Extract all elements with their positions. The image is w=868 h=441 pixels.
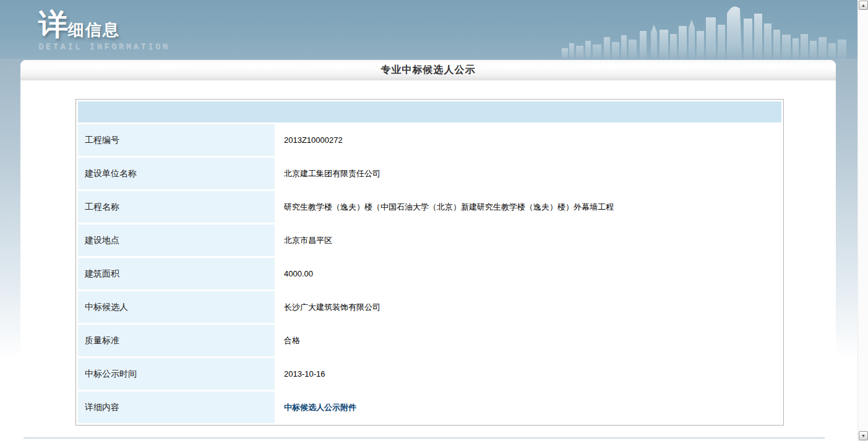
row-value: 4000.00 [284,269,313,278]
row-label: 建设地点 [78,225,275,256]
logo-text-big: 详 [38,10,68,40]
row-label: 中标候选人 [78,291,275,323]
title-bar: 专业中标候选人公示 [20,60,836,80]
row-label: 中标公示时间 [78,358,275,390]
table-row: 质量标准 合格 [78,325,781,356]
row-label: 工程编号 [78,124,275,156]
row-label: 详细内容 [78,392,275,423]
row-label: 质量标准 [78,325,275,356]
table-row: 建设单位名称 北京建工集团有限责任公司 [78,158,781,189]
row-label: 建设单位名称 [78,158,275,189]
table-row: 工程名称 研究生教学楼（逸夫）楼（中国石油大学（北京）新建研究生教学楼（逸夫）楼… [78,191,781,223]
row-value: 北京建工集团有限责任公司 [284,168,380,179]
site-logo: 详细信息 DETAIL INFORMATION [38,10,170,51]
row-value: 长沙广大建筑装饰有限公司 [284,302,380,313]
table-row: 中标公示时间 2013-10-16 [78,358,781,390]
scroll-up-button[interactable]: ▲ [859,1,868,10]
row-value: 合格 [284,335,300,346]
table-row: 详细内容 中标候选人公示附件 [78,392,781,423]
row-value-cell: 研究生教学楼（逸夫）楼（中国石油大学（北京）新建研究生教学楼（逸夫）楼）外幕墙工… [277,191,781,223]
row-value: 2013-10-16 [284,369,325,379]
scroll-up-icon: ▲ [861,3,866,7]
table-header-band [78,101,781,122]
row-value-cell: 2013Z10000272 [277,124,781,156]
footer-divider [24,437,825,439]
row-value-cell: 4000.00 [277,258,781,289]
table-row: 建设地点 北京市昌平区 [78,225,781,256]
table-row: 中标候选人 长沙广大建筑装饰有限公司 [78,291,781,323]
content-card: 专业中标候选人公示 工程编号 2013Z10000272 建设单位名称 北京建工… [20,60,836,441]
logo-text-english: DETAIL INFORMATION [38,42,170,51]
page: { "banner": { "logo_big": "详", "logo_sma… [0,0,868,441]
vertical-scrollbar[interactable]: ▲ ▼ [857,0,868,441]
scroll-down-icon: ▼ [861,434,866,438]
logo-text-small: 细信息 [68,22,120,40]
city-skyline-graphic [561,0,851,59]
detail-table-body: 工程编号 2013Z10000272 建设单位名称 北京建工集团有限责任公司 工… [78,124,781,423]
attachment-link[interactable]: 中标候选人公示附件 [284,402,356,413]
row-value-cell: 2013-10-16 [277,358,781,390]
header-banner: 详细信息 DETAIL INFORMATION [0,0,857,59]
row-value-cell: 长沙广大建筑装饰有限公司 [277,291,781,323]
row-label: 工程名称 [78,191,275,223]
row-value: 2013Z10000272 [284,135,343,145]
row-value: 研究生教学楼（逸夫）楼（中国石油大学（北京）新建研究生教学楼（逸夫）楼）外幕墙工… [284,202,614,213]
table-row: 工程编号 2013Z10000272 [78,124,781,156]
detail-table: 工程编号 2013Z10000272 建设单位名称 北京建工集团有限责任公司 工… [75,99,784,426]
row-value-cell: 北京建工集团有限责任公司 [277,158,781,189]
scroll-down-button[interactable]: ▼ [859,431,868,440]
row-label: 建筑面积 [78,258,275,289]
row-value-cell: 中标候选人公示附件 [277,392,781,423]
page-title: 专业中标候选人公示 [381,64,476,77]
row-value-cell: 北京市昌平区 [277,225,781,256]
table-row: 建筑面积 4000.00 [78,258,781,289]
row-value: 北京市昌平区 [284,235,332,246]
row-value-cell: 合格 [277,325,781,356]
